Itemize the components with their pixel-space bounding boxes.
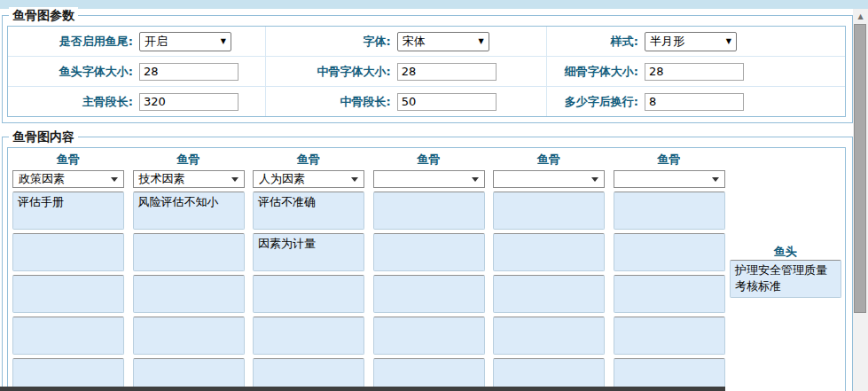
bone-note-textarea[interactable] bbox=[493, 275, 605, 313]
thin-bone-font-size-label: 细骨字体大小: bbox=[547, 64, 638, 80]
fish-head-textarea[interactable]: 护理安全管理质量考核标准 bbox=[730, 260, 841, 298]
bone-column-header: 鱼骨 bbox=[12, 152, 124, 167]
fish-tail-toggle-select[interactable]: 开启▼ bbox=[139, 32, 231, 51]
mid-bone-length-input[interactable] bbox=[397, 93, 497, 111]
params-cell: 多少字后换行: bbox=[547, 87, 845, 116]
bone-note-textarea[interactable] bbox=[12, 317, 124, 355]
bone-category-select[interactable] bbox=[614, 170, 725, 188]
params-cell: 样式:半月形▼ bbox=[547, 27, 845, 56]
bone-category-value: 技术因素 bbox=[139, 171, 185, 187]
bone-note-textarea[interactable] bbox=[373, 233, 485, 271]
content-section: 鱼骨图内容 鱼头 护理安全管理质量考核标准 鱼骨政策因素鱼骨技术因素鱼骨人为因素… bbox=[2, 137, 853, 391]
chevron-down-icon: ▼ bbox=[221, 38, 226, 45]
params-cell: 字体:宋体▼ bbox=[266, 27, 547, 56]
params-cell: 主骨段长: bbox=[8, 87, 266, 116]
bone-note-textarea[interactable] bbox=[12, 233, 124, 271]
fish-head-font-size-label: 鱼头字体大小: bbox=[8, 64, 133, 80]
bone-note-textarea[interactable] bbox=[133, 233, 245, 271]
bone-note-textarea[interactable] bbox=[373, 317, 485, 355]
bone-note-textarea[interactable] bbox=[614, 317, 725, 355]
params-cell: 中骨字体大小: bbox=[266, 57, 547, 86]
params-section: 鱼骨图参数 是否启用鱼尾:开启▼字体:宋体▼样式:半月形▼鱼头字体大小:中骨字体… bbox=[2, 15, 853, 123]
bone-grid: 鱼头 护理安全管理质量考核标准 鱼骨政策因素鱼骨技术因素鱼骨人为因素鱼骨鱼骨鱼骨 bbox=[7, 147, 846, 391]
wrap-after-chars-label: 多少字后换行: bbox=[547, 94, 638, 110]
bone-category-select[interactable]: 人为因素 bbox=[253, 170, 364, 188]
params-row: 主骨段长:中骨段长:多少字后换行: bbox=[8, 87, 845, 116]
bone-column-header: 鱼骨 bbox=[253, 152, 364, 167]
vertical-scrollbar[interactable]: ▲ bbox=[853, 9, 868, 391]
bone-category-select[interactable]: 政策因素 bbox=[12, 170, 124, 188]
params-cell: 鱼头字体大小: bbox=[8, 57, 266, 86]
scroll-up-arrow-icon[interactable]: ▲ bbox=[853, 9, 868, 23]
fish-head-label: 鱼头 bbox=[730, 244, 841, 260]
fish-head-font-size-input[interactable] bbox=[139, 63, 239, 81]
params-table: 是否启用鱼尾:开启▼字体:宋体▼样式:半月形▼鱼头字体大小:中骨字体大小:细骨字… bbox=[7, 26, 846, 117]
style-select-value: 半月形 bbox=[650, 34, 684, 50]
params-row: 是否启用鱼尾:开启▼字体:宋体▼样式:半月形▼ bbox=[8, 27, 845, 57]
bone-column-header: 鱼骨 bbox=[614, 152, 725, 167]
bone-column: 鱼骨 bbox=[493, 148, 605, 391]
main-bone-length-label: 主骨段长: bbox=[8, 94, 133, 110]
bone-note-textarea[interactable] bbox=[614, 233, 725, 271]
bone-column-header: 鱼骨 bbox=[133, 152, 245, 167]
chevron-down-icon bbox=[712, 177, 719, 182]
fish-tail-toggle-label: 是否启用鱼尾: bbox=[8, 34, 133, 50]
bone-note-textarea[interactable] bbox=[373, 192, 485, 230]
font-select-select[interactable]: 宋体▼ bbox=[397, 32, 489, 51]
bone-category-select[interactable] bbox=[373, 170, 485, 188]
chevron-down-icon bbox=[591, 177, 598, 182]
chevron-down-icon bbox=[351, 177, 358, 182]
bone-note-textarea[interactable] bbox=[253, 317, 364, 355]
bone-column: 鱼骨人为因素 bbox=[253, 148, 364, 391]
mid-bone-length-label: 中骨段长: bbox=[266, 94, 391, 110]
bone-note-textarea[interactable] bbox=[373, 275, 485, 313]
bone-category-select[interactable]: 技术因素 bbox=[133, 170, 245, 188]
bone-category-select[interactable] bbox=[493, 170, 605, 188]
chevron-down-icon: ▼ bbox=[726, 38, 731, 45]
bone-column: 鱼骨 bbox=[373, 148, 485, 391]
main-bone-length-input[interactable] bbox=[139, 93, 239, 111]
bone-note-textarea[interactable] bbox=[253, 275, 364, 313]
bone-category-value: 人为因素 bbox=[259, 171, 305, 187]
bone-note-textarea[interactable] bbox=[493, 233, 605, 271]
font-select-label: 字体: bbox=[266, 34, 391, 50]
bone-column-header: 鱼骨 bbox=[493, 152, 605, 167]
thin-bone-font-size-input[interactable] bbox=[645, 63, 744, 81]
bone-column: 鱼骨政策因素 bbox=[12, 148, 124, 391]
bone-note-textarea[interactable] bbox=[12, 192, 124, 230]
bone-note-textarea[interactable] bbox=[493, 192, 605, 230]
bone-column: 鱼骨 bbox=[614, 148, 725, 391]
params-cell: 是否启用鱼尾:开启▼ bbox=[8, 27, 266, 56]
fish-tail-toggle-value: 开启 bbox=[145, 34, 168, 50]
style-select-label: 样式: bbox=[547, 34, 638, 50]
bone-note-textarea[interactable] bbox=[253, 192, 364, 230]
bone-note-textarea[interactable] bbox=[614, 275, 725, 313]
chevron-down-icon bbox=[472, 177, 479, 182]
font-select-value: 宋体 bbox=[403, 34, 426, 50]
mid-bone-font-size-label: 中骨字体大小: bbox=[266, 64, 391, 80]
bone-note-textarea[interactable] bbox=[12, 275, 124, 313]
bone-note-textarea[interactable] bbox=[493, 317, 605, 355]
params-cell: 细骨字体大小: bbox=[547, 57, 845, 86]
bone-column: 鱼骨技术因素 bbox=[133, 148, 245, 391]
top-strip bbox=[0, 0, 868, 9]
bone-note-textarea[interactable] bbox=[133, 317, 245, 355]
params-legend: 鱼骨图参数 bbox=[9, 7, 78, 23]
bone-category-value: 政策因素 bbox=[19, 171, 65, 187]
chevron-down-icon bbox=[111, 177, 118, 182]
content-legend: 鱼骨图内容 bbox=[9, 129, 78, 145]
bone-column-header: 鱼骨 bbox=[373, 152, 485, 167]
scrollbar-thumb[interactable] bbox=[854, 24, 866, 313]
chevron-down-icon: ▼ bbox=[479, 38, 484, 45]
bone-note-textarea[interactable] bbox=[133, 275, 245, 313]
params-cell: 中骨段长: bbox=[266, 87, 547, 116]
chevron-down-icon bbox=[231, 177, 239, 182]
bone-note-textarea[interactable] bbox=[253, 233, 364, 271]
bone-note-textarea[interactable] bbox=[614, 192, 725, 230]
style-select-select[interactable]: 半月形▼ bbox=[645, 32, 737, 51]
bone-note-textarea[interactable] bbox=[133, 192, 245, 230]
bottom-dark-bar bbox=[0, 387, 725, 391]
mid-bone-font-size-input[interactable] bbox=[397, 63, 497, 81]
wrap-after-chars-input[interactable] bbox=[645, 93, 744, 111]
params-row: 鱼头字体大小:中骨字体大小:细骨字体大小: bbox=[8, 57, 845, 87]
